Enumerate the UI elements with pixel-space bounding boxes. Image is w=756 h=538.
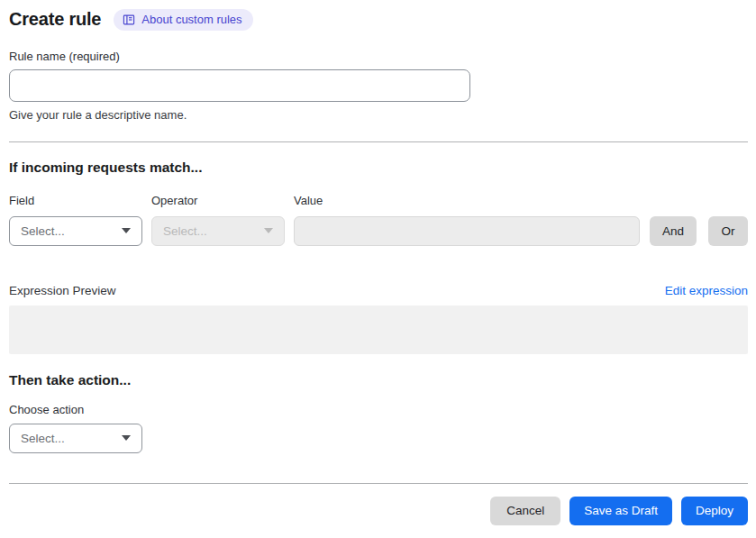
header: Create rule About custom rules (9, 9, 748, 31)
field-select[interactable]: Select... (9, 216, 142, 246)
page-title: Create rule (9, 9, 101, 30)
deploy-button[interactable]: Deploy (681, 497, 748, 525)
rule-name-helper: Give your rule a descriptive name. (9, 108, 748, 122)
value-label: Value (294, 194, 640, 207)
expression-preview-label: Expression Preview (9, 284, 116, 297)
create-rule-form: Create rule About custom rules Rule name… (0, 0, 756, 525)
book-icon (123, 14, 135, 26)
operator-select: Select... (151, 216, 285, 246)
save-draft-button[interactable]: Save as Draft (569, 497, 672, 525)
rule-name-input[interactable] (9, 69, 470, 102)
choose-action-label: Choose action (9, 403, 748, 416)
edit-expression-link[interactable]: Edit expression (665, 284, 748, 297)
expression-preview-row: Expression Preview Edit expression (9, 284, 748, 297)
or-button[interactable]: Or (708, 216, 748, 246)
and-button[interactable]: And (650, 216, 697, 246)
about-custom-rules-badge[interactable]: About custom rules (114, 9, 252, 31)
chevron-down-icon (122, 228, 131, 233)
field-label: Field (9, 194, 142, 207)
chevron-down-icon (122, 435, 131, 441)
action-section-heading: Then take action... (9, 372, 748, 388)
value-input (294, 216, 640, 246)
operator-select-value: Select... (163, 224, 207, 238)
match-controls-row: Select... Select... And Or (9, 216, 748, 246)
field-select-value: Select... (21, 224, 65, 238)
about-badge-label: About custom rules (141, 13, 241, 27)
match-section-heading: If incoming requests match... (9, 160, 748, 176)
operator-label: Operator (151, 194, 285, 207)
section-divider-bottom (9, 483, 748, 484)
chevron-down-icon (264, 228, 273, 233)
cancel-button[interactable]: Cancel (490, 497, 560, 525)
expression-preview-box (9, 305, 748, 354)
action-select-value: Select... (21, 432, 65, 445)
footer-actions: Cancel Save as Draft Deploy (9, 497, 748, 525)
match-column-labels: Field Operator Value (9, 194, 748, 207)
action-select[interactable]: Select... (9, 424, 142, 453)
section-divider-top (9, 141, 748, 142)
rule-name-label: Rule name (required) (9, 50, 748, 63)
